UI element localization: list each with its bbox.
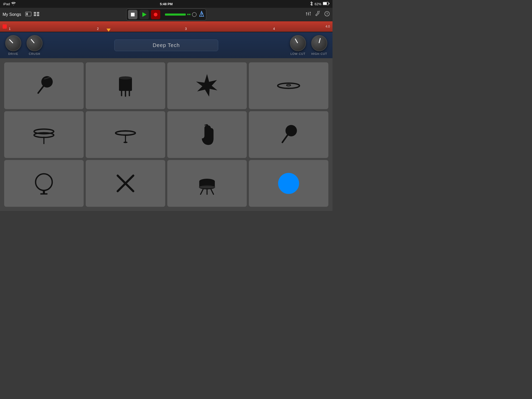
svg-rect-23 <box>119 78 132 91</box>
volume-area <box>165 12 197 17</box>
maraca2-icon <box>276 122 302 148</box>
maraca-icon <box>31 73 57 99</box>
drum-pad-snare[interactable] <box>167 160 247 207</box>
svg-rect-8 <box>37 14 39 16</box>
low-cut-knob-container: LOW CUT <box>290 35 306 55</box>
svg-line-49 <box>201 189 203 194</box>
crush-knob-indicator <box>30 39 34 43</box>
svg-rect-55 <box>287 185 289 190</box>
svg-point-27 <box>119 76 132 79</box>
crash-cymbal-icon <box>276 73 302 99</box>
play-button[interactable] <box>139 10 149 19</box>
svg-rect-5 <box>34 12 36 14</box>
drum-sticks-icon <box>112 170 138 196</box>
toolbar-left: My Songs <box>3 12 40 17</box>
high-cut-knob-container: HIGH CUT <box>311 35 327 55</box>
stop-icon <box>131 13 135 16</box>
drum-pad-crash-cymbal[interactable] <box>249 62 328 109</box>
svg-line-50 <box>211 189 214 194</box>
svg-rect-1 <box>323 2 327 5</box>
time-display: 5:48 PM <box>160 2 172 6</box>
metronome-icon[interactable] <box>199 11 204 18</box>
battery-percent: 62% <box>315 2 321 6</box>
wrench-icon[interactable] <box>315 11 321 18</box>
svg-point-37 <box>123 142 128 143</box>
crush-label: CRUSH <box>29 52 40 55</box>
status-bar: iPad 5:48 PM 62% <box>0 0 332 8</box>
mixer-icon[interactable] <box>305 11 311 18</box>
svg-point-53 <box>286 178 291 183</box>
toolbar-right: ? <box>305 11 330 18</box>
drum-pad-maraca2[interactable] <box>249 111 328 158</box>
grid-view-icon[interactable] <box>34 12 40 17</box>
drive-knob-container: DRIVE <box>5 35 21 55</box>
timeline-ruler[interactable]: 1 2 3 4 <box>9 21 323 32</box>
svg-rect-16 <box>308 14 309 14</box>
svg-line-21 <box>38 86 43 93</box>
person-target-icon <box>276 170 302 196</box>
wifi-icon <box>11 2 16 6</box>
low-cut-label: LOW CUT <box>290 52 305 55</box>
volume-circle[interactable] <box>192 12 197 17</box>
marker-4: 4 <box>273 27 275 31</box>
help-icon[interactable]: ? <box>324 11 330 18</box>
bass-drum-icon <box>112 73 138 99</box>
drum-pad-person-target[interactable] <box>249 160 328 207</box>
my-songs-label[interactable]: My Songs <box>3 12 21 17</box>
drive-knob[interactable] <box>5 35 21 51</box>
timeline[interactable]: 1 2 3 4 4.0 <box>0 21 332 32</box>
low-cut-knob[interactable] <box>290 35 306 51</box>
marker-1: 1 <box>9 27 11 31</box>
volume-bar[interactable] <box>165 14 186 16</box>
drum-pad-bass-drum[interactable] <box>86 62 165 109</box>
svg-rect-7 <box>34 14 36 16</box>
record-icon <box>154 13 157 16</box>
svg-rect-2 <box>329 3 329 4</box>
drum-pad-clap[interactable] <box>167 111 247 158</box>
record-button[interactable] <box>151 10 160 19</box>
svg-rect-15 <box>306 12 307 13</box>
preset-name-box[interactable]: Deep Tech <box>114 39 218 51</box>
drum-pad-hihat-closed[interactable] <box>86 111 165 158</box>
svg-rect-4 <box>26 13 28 15</box>
svg-rect-56 <box>290 185 291 190</box>
ipad-label: iPad <box>3 2 10 6</box>
stop-button[interactable] <box>128 10 137 19</box>
marker-3: 3 <box>185 27 187 31</box>
marker-2: 2 <box>97 27 99 31</box>
svg-rect-54 <box>286 184 291 185</box>
timeline-end: 4.0 <box>325 25 330 28</box>
hihat-open-icon <box>31 122 57 148</box>
snare-drum-icon <box>194 170 220 196</box>
tambourine-icon <box>31 170 57 196</box>
crush-knob-container: CRUSH <box>26 35 43 55</box>
drive-knob-indicator <box>9 39 13 43</box>
svg-marker-28 <box>196 74 217 97</box>
transport-controls <box>126 9 206 21</box>
high-cut-knob[interactable] <box>311 35 327 51</box>
single-view-icon[interactable] <box>25 12 31 17</box>
drum-grid <box>0 58 332 211</box>
drum-pad-maraca[interactable] <box>4 62 84 109</box>
playhead[interactable] <box>107 29 111 32</box>
volume-dots <box>187 14 190 15</box>
battery-icon <box>323 2 329 6</box>
high-cut-knob-indicator <box>318 38 321 43</box>
starburst-icon <box>194 73 220 99</box>
drum-pad-starburst[interactable] <box>167 62 247 109</box>
hihat-closed-icon <box>112 122 138 148</box>
svg-point-30 <box>287 84 291 86</box>
drum-pad-sticks[interactable] <box>86 160 165 207</box>
high-cut-label: HIGH CUT <box>311 52 327 55</box>
toolbar: My Songs <box>0 8 332 21</box>
preset-name: Deep Tech <box>153 42 180 48</box>
svg-point-40 <box>36 174 52 190</box>
drum-pad-tambourine[interactable] <box>4 160 84 207</box>
drive-label: DRIVE <box>8 52 18 55</box>
drum-pad-hihat-open[interactable] <box>4 111 84 158</box>
crush-knob[interactable] <box>26 35 43 51</box>
svg-line-39 <box>282 135 288 142</box>
instrument-panel: DRIVE CRUSH Deep Tech LOW CUT HIGH CUT <box>0 32 332 58</box>
play-icon <box>142 12 147 17</box>
hand-icon <box>194 122 220 148</box>
